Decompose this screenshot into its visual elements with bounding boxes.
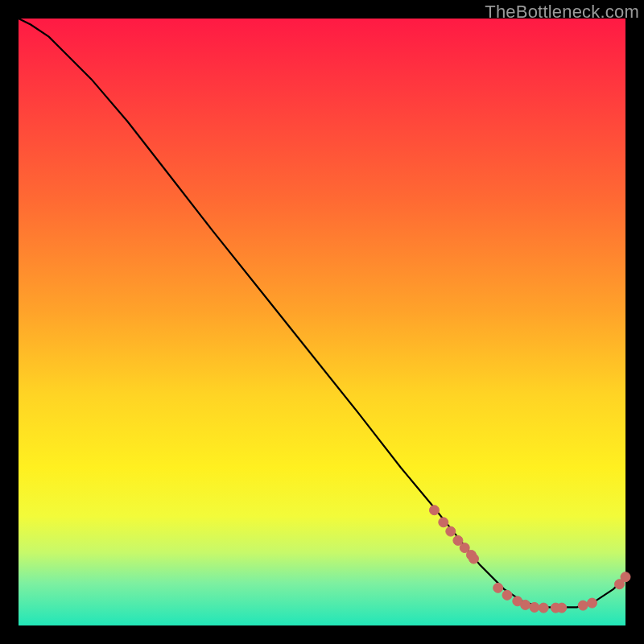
data-marker (430, 506, 440, 515)
chart-svg (19, 19, 625, 625)
data-marker (557, 603, 567, 613)
data-marker (469, 554, 479, 564)
plot-area (19, 19, 625, 625)
data-marker (439, 518, 448, 527)
data-marker (493, 583, 503, 592)
data-marker (521, 600, 530, 609)
data-marker (621, 572, 630, 582)
data-markers (430, 506, 631, 613)
bottleneck-curve (19, 19, 625, 607)
chart-frame: TheBottleneck.com (0, 0, 644, 644)
data-marker (588, 598, 597, 608)
data-marker (530, 602, 539, 612)
data-marker (578, 601, 588, 610)
data-marker (502, 590, 512, 600)
data-marker (446, 526, 456, 536)
data-marker (539, 603, 548, 613)
watermark-text: TheBottleneck.com (485, 2, 639, 23)
